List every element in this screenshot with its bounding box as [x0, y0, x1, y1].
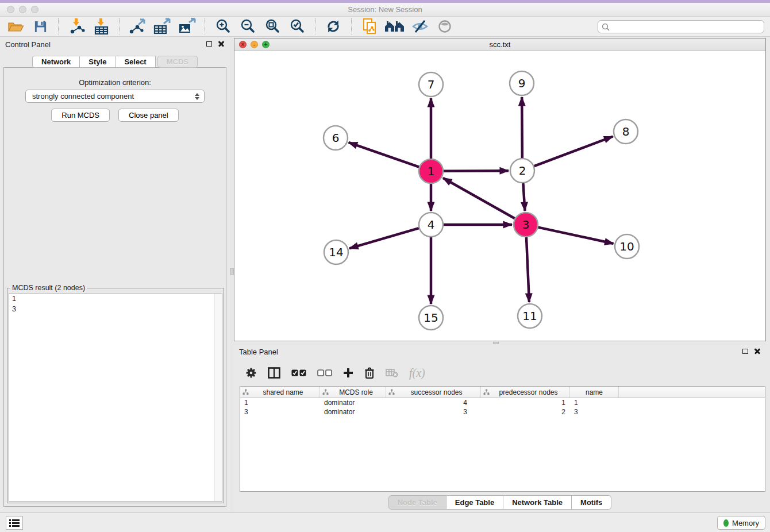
float-panel-icon[interactable] [206, 41, 212, 47]
tab-select[interactable]: Select [116, 56, 155, 68]
graph-edge-3-11[interactable] [526, 237, 529, 302]
vertical-splitter[interactable] [230, 37, 234, 512]
dropdown-selected-value: strongly connected component [32, 92, 134, 101]
table-settings-button[interactable] [245, 367, 257, 379]
tab-network-table[interactable]: Network Table [503, 495, 572, 510]
cell-successor-nodes[interactable]: 4 [386, 399, 481, 407]
float-table-panel-icon[interactable] [742, 349, 748, 354]
tab-motifs[interactable]: Motifs [572, 495, 611, 510]
tab-style[interactable]: Style [80, 56, 116, 68]
tab-mcds[interactable]: MCDS [157, 56, 198, 68]
network-canvas[interactable]: 7968124314101511 [234, 51, 765, 341]
refresh-view-button[interactable] [324, 17, 343, 36]
function-builder-button[interactable]: f(x) [409, 367, 425, 380]
graph-node-6[interactable]: 6 [324, 126, 348, 150]
eye-icon [437, 19, 453, 34]
export-network-icon [128, 18, 147, 35]
graph-node-11[interactable]: 11 [518, 304, 542, 328]
optimization-criterion-dropdown[interactable]: strongly connected component [25, 90, 205, 103]
close-panel-button[interactable]: Close panel [118, 109, 179, 122]
task-history-button[interactable] [6, 516, 23, 530]
run-mcds-button[interactable]: Run MCDS [51, 109, 110, 122]
svg-text:11: 11 [522, 309, 537, 323]
cell-shared-name[interactable]: 1 [240, 399, 320, 407]
cell-shared-name[interactable]: 3 [240, 408, 320, 416]
tab-edge-table[interactable]: Edge Table [446, 495, 503, 510]
open-file-button[interactable] [6, 17, 25, 36]
first-neighbors-button[interactable] [384, 17, 405, 36]
close-table-panel-icon[interactable] [754, 348, 760, 354]
deselect-all-button[interactable] [317, 369, 332, 376]
column-header-mcds-role[interactable]: MCDS role [320, 387, 386, 398]
cell-successor-nodes[interactable]: 3 [386, 408, 481, 416]
graph-node-1[interactable]: 1 [419, 159, 443, 183]
graph-edge-1-6[interactable] [349, 142, 419, 167]
mcds-result-text[interactable]: 1 3 [9, 293, 222, 502]
export-image-button[interactable] [177, 17, 197, 36]
import-table-button[interactable] [91, 17, 111, 36]
export-table-button[interactable] [152, 17, 172, 36]
delete-table-icon [386, 368, 398, 377]
cell-name[interactable]: 3 [570, 408, 619, 416]
zoom-fit-button[interactable] [263, 17, 282, 36]
column-selector-button[interactable] [268, 367, 280, 379]
mcds-result-title: MCDS result (2 nodes) [10, 284, 87, 292]
delete-column-button[interactable] [364, 367, 375, 379]
graph-node-3[interactable]: 3 [514, 213, 538, 237]
list-icon [9, 519, 20, 527]
graph-edge-2-9[interactable] [522, 97, 522, 158]
table-row[interactable]: 3dominator323 [240, 407, 765, 417]
zoom-in-button[interactable] [213, 17, 233, 36]
graph-edge-2-8[interactable] [534, 136, 613, 166]
import-network-button[interactable] [67, 17, 86, 36]
tab-node-table[interactable]: Node Table [388, 495, 446, 510]
hide-selected-button[interactable] [410, 17, 430, 36]
column-header-successor-nodes[interactable]: successor nodes [386, 387, 481, 398]
graph-node-2[interactable]: 2 [510, 159, 534, 183]
cell-predecessor-nodes[interactable]: 2 [481, 408, 570, 416]
memory-button[interactable]: Memory [717, 516, 765, 530]
splitter-handle[interactable] [493, 342, 499, 344]
graph-edge-2-3[interactable] [523, 183, 525, 211]
zoom-out-button[interactable] [238, 17, 257, 36]
graph-edge-1-2[interactable] [444, 171, 509, 171]
cell-predecessor-nodes[interactable]: 1 [481, 399, 570, 407]
cell-mcds-role[interactable]: dominator [320, 399, 386, 407]
graph-edge-3-1[interactable] [443, 178, 515, 218]
tab-network[interactable]: Network [32, 56, 80, 68]
memory-label: Memory [732, 519, 759, 527]
node-table: shared nameMCDS rolesuccessor nodesprede… [240, 386, 765, 492]
export-network-button[interactable] [128, 17, 147, 36]
window-title: Session: New Session [0, 5, 770, 14]
select-all-button[interactable] [291, 369, 306, 376]
graph-node-10[interactable]: 10 [615, 234, 639, 259]
svg-text:14: 14 [329, 245, 343, 259]
column-header-shared-name[interactable]: shared name [240, 387, 320, 398]
column-header-predecessor-nodes[interactable]: predecessor nodes [481, 387, 570, 398]
table-row[interactable]: 1dominator411 [240, 398, 765, 407]
graph-node-15[interactable]: 15 [419, 306, 443, 330]
add-column-button[interactable] [343, 368, 353, 378]
graph-node-9[interactable]: 9 [510, 71, 534, 95]
svg-text:6: 6 [332, 131, 340, 145]
tree-icon [483, 389, 490, 395]
show-graphics-details-button[interactable] [435, 17, 455, 36]
search-icon [602, 23, 610, 31]
network-window-titlebar[interactable]: × - + scc.txt [234, 38, 765, 51]
graph-edge-3-10[interactable] [538, 228, 614, 244]
splitter-handle[interactable] [230, 268, 234, 275]
search-input[interactable] [598, 20, 764, 33]
delete-table-button[interactable] [386, 368, 398, 377]
cell-mcds-role[interactable]: dominator [320, 408, 386, 416]
close-panel-icon[interactable] [218, 41, 224, 47]
graph-node-7[interactable]: 7 [419, 72, 443, 97]
zoom-selected-button[interactable] [287, 17, 307, 36]
graph-node-14[interactable]: 14 [324, 240, 348, 264]
save-session-button[interactable] [30, 17, 50, 36]
new-network-from-selection-button[interactable] [360, 17, 379, 36]
cell-name[interactable]: 1 [570, 399, 619, 407]
graph-edge-4-14[interactable] [349, 228, 419, 248]
graph-node-8[interactable]: 8 [614, 119, 638, 144]
graph-node-4[interactable]: 4 [419, 213, 443, 237]
column-header-name[interactable]: name [570, 387, 619, 398]
